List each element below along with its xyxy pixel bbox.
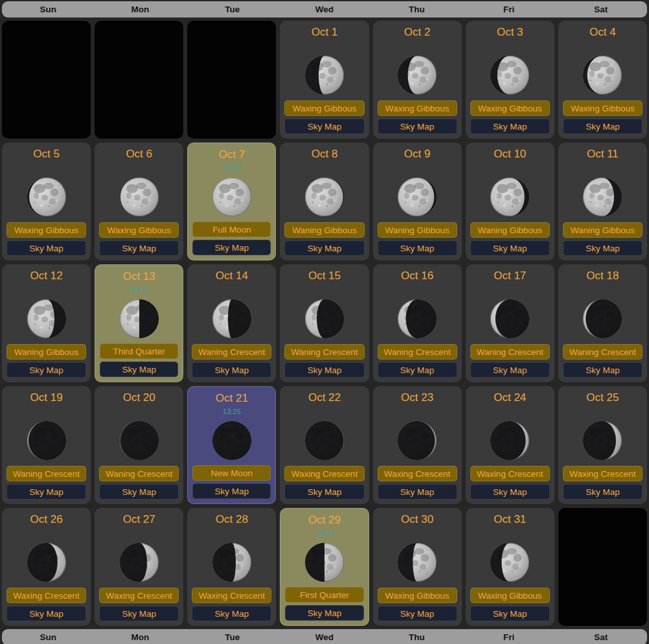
phase-button[interactable]: Full Moon [192,222,271,237]
sky-map-button[interactable]: Sky Map [470,606,550,621]
sky-map-button[interactable]: Sky Map [285,605,363,621]
day-cell: Oct 5 Waxing Gibbous Sky Map [2,143,91,260]
phase-button[interactable]: Waning Crescent [563,344,643,360]
moon-phase-image [470,415,550,466]
phase-time-label [470,528,550,537]
sky-map-button[interactable]: Sky Map [563,119,643,134]
sky-map-button[interactable]: Sky Map [378,362,457,378]
day-date: Oct 31 [470,512,550,527]
phase-button[interactable]: Waning Crescent [6,466,86,481]
phase-button[interactable]: Waning Crescent [470,344,550,360]
sky-map-button[interactable]: Sky Map [99,606,179,621]
phase-button[interactable]: Waning Gibbous [6,344,86,360]
phase-button[interactable]: Third Quarter [100,343,178,359]
empty-cell [187,21,276,139]
sky-map-button[interactable]: Sky Map [470,484,550,500]
phase-button[interactable]: Waxing Gibbous [470,588,550,603]
moon-phase-image [563,172,643,222]
phase-time-label [378,163,457,172]
sky-map-button[interactable]: Sky Map [192,362,271,378]
phase-button[interactable]: Waning Gibbous [378,222,457,238]
phase-button[interactable]: Waning Crescent [192,344,271,360]
phase-button[interactable]: Waxing Gibbous [378,100,457,116]
weekday-label: Mon [94,5,186,14]
day-date: Oct 25 [563,391,643,405]
day-cell: Oct 17 Waning Crescent Sky Map [466,264,554,382]
phase-button[interactable]: Waxing Gibbous [563,100,643,116]
moon-phase-image [470,50,550,100]
day-cell: Oct 9 Waning Gibbous Sky Map [373,143,462,260]
phase-time-label: 04:48 [192,163,271,172]
sky-map-button[interactable]: Sky Map [563,362,643,378]
day-date: Oct 8 [284,147,364,161]
sky-map-button[interactable]: Sky Map [284,119,364,134]
sky-map-button[interactable]: Sky Map [99,484,179,500]
sky-map-button[interactable]: Sky Map [192,240,271,255]
day-date: Oct 19 [6,391,86,405]
phase-button[interactable]: Waxing Gibbous [6,222,86,238]
phase-button[interactable]: Waning Crescent [378,344,457,360]
day-cell: Oct 7 04:48 Full Moon Sky Map [187,143,276,260]
sky-map-button[interactable]: Sky Map [99,240,179,256]
phase-button[interactable]: Waxing Gibbous [470,100,550,116]
sky-map-button[interactable]: Sky Map [470,240,550,256]
phase-button[interactable]: New Moon [192,465,271,481]
phase-button[interactable]: Waxing Gibbous [284,100,364,116]
day-cell: Oct 15 Waning Crescent Sky Map [280,264,369,382]
day-cell: Oct 19 Waning Crescent Sky Map [2,386,91,504]
day-cell: Oct 29 16:21 First Quarter Sky Map [280,508,369,626]
phase-time-label [563,284,643,293]
phase-button[interactable]: Waxing Gibbous [99,222,179,238]
weekday-label: Sun [2,632,94,642]
day-date: Oct 6 [99,147,179,161]
sky-map-button[interactable]: Sky Map [6,362,86,378]
day-date: Oct 21 [192,391,271,406]
phase-button[interactable]: First Quarter [285,587,363,603]
weekday-label: Fri [462,5,554,14]
phase-button[interactable]: Waxing Crescent [6,588,86,603]
day-cell: Oct 16 Waning Crescent Sky Map [373,264,462,382]
sky-map-button[interactable]: Sky Map [100,362,178,377]
phase-button[interactable]: Waning Gibbous [563,222,643,238]
sky-map-button[interactable]: Sky Map [563,240,643,256]
sky-map-button[interactable]: Sky Map [192,606,271,621]
phase-button[interactable]: Waxing Crescent [563,466,643,481]
sky-map-button[interactable]: Sky Map [6,240,86,256]
phase-button[interactable]: Waning Crescent [99,466,179,481]
sky-map-button[interactable]: Sky Map [6,484,86,500]
day-date: Oct 2 [378,25,457,40]
moon-phase-image [284,415,364,466]
sky-map-button[interactable]: Sky Map [378,240,457,256]
phase-button[interactable]: Waning Gibbous [470,222,550,238]
sky-map-button[interactable]: Sky Map [470,119,550,134]
day-cell: Oct 12 Waning Gibbous Sky Map [2,264,91,382]
sky-map-button[interactable]: Sky Map [6,606,86,621]
phase-button[interactable]: Waxing Gibbous [378,588,457,603]
phase-button[interactable]: Waxing Crescent [470,466,550,481]
day-cell: Oct 30 Waxing Gibbous Sky Map [373,508,462,626]
weekday-label: Wed [279,632,370,642]
weekday-label: Sat [555,5,647,14]
phase-button[interactable]: Waning Crescent [284,344,364,360]
sky-map-button[interactable]: Sky Map [378,606,457,621]
sky-map-button[interactable]: Sky Map [378,119,457,134]
sky-map-button[interactable]: Sky Map [378,484,457,500]
sky-map-button[interactable]: Sky Map [284,240,364,256]
sky-map-button[interactable]: Sky Map [192,483,271,499]
day-cell: Oct 14 Waning Crescent Sky Map [187,264,276,382]
day-cell: Oct 3 Waxing Gibbous Sky Map [466,21,554,139]
sky-map-button[interactable]: Sky Map [284,362,364,378]
moon-phase-image [99,415,179,466]
moon-phase-image [6,172,86,222]
phase-button[interactable]: Waxing Crescent [378,466,457,481]
sky-map-button[interactable]: Sky Map [470,362,550,378]
moon-phase-image [378,172,457,222]
phase-button[interactable]: Waning Gibbous [284,222,364,238]
phase-button[interactable]: Waxing Crescent [99,588,179,603]
sky-map-button[interactable]: Sky Map [284,484,364,500]
phase-button[interactable]: Waxing Crescent [284,466,364,481]
sky-map-button[interactable]: Sky Map [563,484,643,500]
day-cell: Oct 10 Waning Gibbous Sky Map [466,143,554,260]
day-cell: Oct 31 Waxing Gibbous Sky Map [466,508,554,626]
phase-button[interactable]: Waxing Crescent [192,588,271,603]
